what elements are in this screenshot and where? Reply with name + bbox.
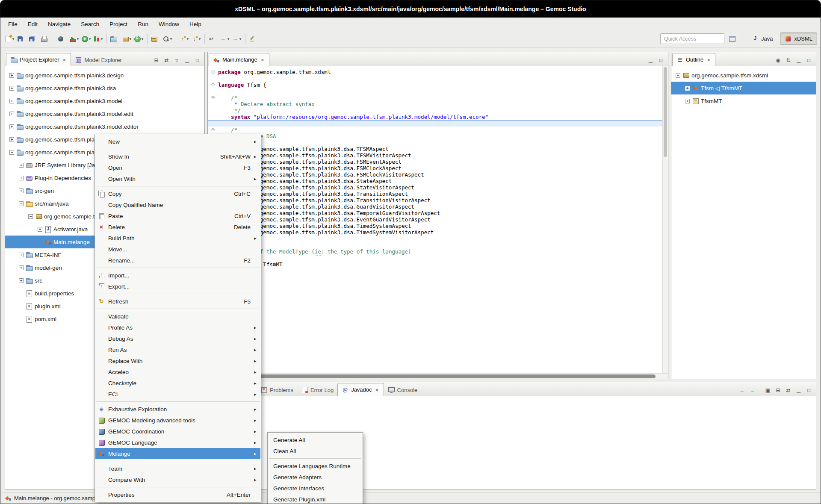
- expander-icon[interactable]: +: [19, 265, 24, 270]
- context-menu-item[interactable]: PasteCtrl+V: [95, 210, 260, 221]
- view-tab[interactable]: Model Explorer: [71, 54, 125, 66]
- back-button[interactable]: [219, 33, 231, 45]
- expander-icon[interactable]: +: [38, 227, 42, 232]
- context-menu-item[interactable]: New: [95, 136, 260, 147]
- context-menu-item[interactable]: RefreshF5: [95, 296, 260, 307]
- minimize-icon[interactable]: [795, 57, 802, 63]
- context-menu-item[interactable]: Import...: [95, 270, 260, 281]
- expander-icon[interactable]: +: [685, 99, 690, 103]
- mark-occurrences-button[interactable]: [248, 33, 260, 45]
- tree-item[interactable]: +org.gemoc.sample.tfsm.plaink3.dsa: [5, 82, 204, 94]
- view-tab[interactable]: Error Log: [297, 384, 337, 396]
- expander-icon[interactable]: +: [9, 112, 14, 116]
- menu-item[interactable]: Search: [76, 19, 104, 29]
- fold-marker-icon[interactable]: [208, 114, 218, 120]
- context-menu-item[interactable]: Copy Qualified Name: [95, 199, 260, 210]
- new-java-project-button[interactable]: [109, 33, 121, 45]
- context-menu-item[interactable]: Move...: [95, 244, 260, 255]
- view-tab[interactable]: Project Explorer: [6, 53, 71, 66]
- close-icon[interactable]: [62, 57, 67, 62]
- tree-item[interactable]: +Tfsm ◁ TfsmMT: [671, 82, 816, 94]
- maximize-icon[interactable]: [805, 57, 812, 63]
- context-menu-item[interactable]: Build Path: [95, 233, 260, 244]
- context-menu-item[interactable]: OpenF3: [95, 162, 260, 173]
- minimize-icon[interactable]: [647, 57, 654, 63]
- view-menu-icon[interactable]: [173, 57, 180, 63]
- context-menu-item[interactable]: Debug As: [95, 333, 260, 344]
- context-menu-item[interactable]: CopyCtrl+C: [95, 188, 260, 199]
- context-menu-item[interactable]: Replace With: [95, 355, 260, 366]
- expander-icon[interactable]: −: [19, 201, 24, 206]
- menu-item[interactable]: File: [3, 19, 23, 29]
- quick-access-input[interactable]: [660, 33, 724, 44]
- context-menu-item[interactable]: Open With: [95, 173, 260, 184]
- outline-tree[interactable]: −org.gemoc.sample.tfsm.xdsml+Tfsm ◁ Tfsm…: [671, 66, 816, 379]
- new-button[interactable]: [4, 33, 16, 45]
- maximize-icon[interactable]: [805, 387, 812, 393]
- context-menu-item[interactable]: Run As: [95, 344, 260, 355]
- editor-vertical-scrollbar[interactable]: [662, 66, 668, 373]
- new-package-button[interactable]: [121, 33, 133, 45]
- context-menu-item[interactable]: Melange: [95, 448, 260, 459]
- submenu-item[interactable]: Generate All: [268, 434, 362, 445]
- scrollbar-thumb[interactable]: [209, 374, 656, 378]
- tree-item[interactable]: +org.gemoc.sample.tfsm.plaink3.model: [5, 94, 204, 107]
- expander-icon[interactable]: +: [19, 176, 24, 180]
- close-icon[interactable]: [260, 57, 265, 62]
- sort-icon[interactable]: [785, 57, 792, 63]
- submenu-item[interactable]: Generate Interfaces: [268, 483, 362, 494]
- context-menu-item[interactable]: Exhaustive Exploration: [95, 404, 260, 415]
- context-menu-item[interactable]: PropertiesAlt+Enter: [95, 489, 260, 500]
- fold-marker-icon[interactable]: ⊖: [208, 69, 218, 75]
- submenu-item[interactable]: Generate Plugin.xml: [268, 494, 362, 504]
- expander-icon[interactable]: −: [28, 214, 33, 219]
- collapse-all-icon[interactable]: [153, 57, 160, 63]
- previous-annotation-button[interactable]: [178, 33, 190, 45]
- save-all-button[interactable]: [28, 33, 40, 45]
- submenu-item[interactable]: Generate Adapters: [268, 472, 362, 483]
- perspective-xdsml-button[interactable]: xDSML: [780, 32, 817, 45]
- debug-button[interactable]: [56, 33, 68, 45]
- coverage-button[interactable]: [92, 33, 104, 45]
- fold-marker-icon[interactable]: [208, 75, 218, 82]
- context-menu-item[interactable]: Profile As: [95, 322, 260, 333]
- context-menu-item[interactable]: Rename...F2: [95, 255, 260, 266]
- search-button[interactable]: [162, 33, 174, 45]
- collapse-icon[interactable]: [774, 387, 782, 393]
- close-icon[interactable]: [706, 57, 711, 62]
- tree-item[interactable]: −org.gemoc.sample.tfsm.xdsml: [671, 69, 816, 82]
- context-menu-item[interactable]: Validate: [95, 311, 260, 322]
- link-editor-icon[interactable]: [785, 387, 792, 393]
- expander-icon[interactable]: +: [9, 99, 14, 103]
- close-icon[interactable]: [375, 387, 380, 392]
- fold-marker-icon[interactable]: [208, 101, 218, 107]
- maximize-icon[interactable]: [194, 57, 201, 63]
- fold-marker-icon[interactable]: ⊖: [208, 82, 218, 88]
- menu-item[interactable]: Navigate: [43, 19, 76, 29]
- scrollbar-thumb[interactable]: [664, 67, 667, 157]
- open-perspective-button[interactable]: [727, 33, 737, 45]
- menu-item[interactable]: Project: [104, 19, 133, 29]
- print-button[interactable]: [40, 33, 52, 45]
- context-menu-item[interactable]: GEMOC Language: [95, 437, 260, 448]
- forward-icon[interactable]: [749, 387, 756, 393]
- save-button[interactable]: [16, 33, 28, 45]
- context-menu-item[interactable]: GEMOC Modeling advanced tools: [95, 415, 260, 426]
- focus-icon[interactable]: [774, 57, 782, 63]
- editor-tab-main-melange[interactable]: Main.melange: [209, 53, 269, 66]
- context-menu-item[interactable]: Acceleo: [95, 366, 260, 377]
- fold-marker-icon[interactable]: ⊖: [208, 127, 218, 133]
- submenu-item[interactable]: Clean All: [268, 445, 362, 457]
- link-with-selection-icon[interactable]: [764, 387, 771, 393]
- expander-icon[interactable]: −: [676, 73, 680, 78]
- expander-icon[interactable]: +: [19, 163, 24, 168]
- submenu-item[interactable]: Generate Languages Runtime: [268, 460, 362, 472]
- tree-item[interactable]: +org.gemoc.sample.tfsm.plaink3.model.edi…: [5, 120, 204, 133]
- perspective-java-button[interactable]: Java: [747, 32, 777, 45]
- minimize-icon[interactable]: [795, 387, 802, 393]
- context-menu-item[interactable]: Checkstyle: [95, 377, 260, 389]
- context-menu-item[interactable]: Export...: [95, 281, 260, 292]
- fold-marker-icon[interactable]: [208, 107, 218, 114]
- code-editor[interactable]: ⊖package org.gemoc.sample.tfsm.xdsml⊖lan…: [208, 66, 662, 373]
- expander-icon[interactable]: +: [19, 278, 24, 283]
